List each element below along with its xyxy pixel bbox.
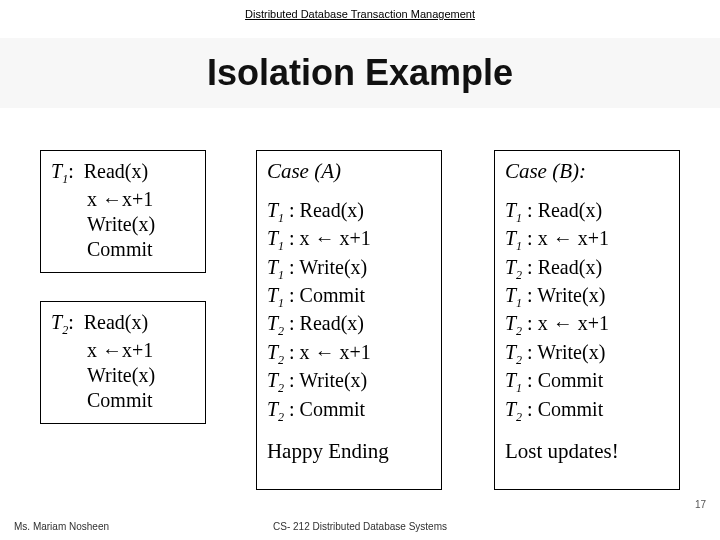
case-a-ending: Happy Ending	[267, 439, 431, 464]
case-b-step-4: T2 : x ← x+1	[505, 311, 669, 339]
case-b-box: Case (B): T1 : Read(x) T1 : x ← x+1 T2 :…	[494, 150, 680, 490]
case-a-step-2: T1 : Write(x)	[267, 255, 431, 283]
footer-course: CS- 212 Distributed Database Systems	[0, 521, 720, 532]
case-a-step-7: T2 : Commit	[267, 397, 431, 425]
case-b-sequence: T1 : Read(x) T1 : x ← x+1 T2 : Read(x) T…	[505, 198, 669, 425]
case-b-ending: Lost updates!	[505, 439, 669, 464]
t2-op-0: Read(x)	[84, 311, 148, 333]
header-subject: Distributed Database Transaction Managem…	[0, 8, 720, 20]
t2-sep: :	[68, 311, 74, 333]
case-b-step-0: T1 : Read(x)	[505, 198, 669, 226]
case-a-step-6: T2 : Write(x)	[267, 368, 431, 396]
transactions-column: T1: Read(x) x ←x+1 Write(x) Commit T2: R…	[40, 150, 206, 490]
footer-page-number: 17	[695, 499, 706, 510]
t2-line-0: T2: Read(x)	[51, 310, 195, 338]
title-band: Isolation Example	[0, 38, 720, 108]
case-a-sequence: T1 : Read(x) T1 : x ← x+1 T1 : Write(x) …	[267, 198, 431, 425]
t1-op-3: Commit	[87, 237, 195, 262]
t1-line-0: T1: Read(x)	[51, 159, 195, 187]
slide: Distributed Database Transaction Managem…	[0, 0, 720, 540]
case-a-step-3: T1 : Commit	[267, 283, 431, 311]
t2-op-1: x ←x+1	[87, 338, 195, 363]
t1-op-1: x ←x+1	[87, 187, 195, 212]
t1-op-2: Write(x)	[87, 212, 195, 237]
t2-name: T	[51, 311, 62, 333]
case-a-step-4: T2 : Read(x)	[267, 311, 431, 339]
t2-op-3: Commit	[87, 388, 195, 413]
case-b-step-5: T2 : Write(x)	[505, 340, 669, 368]
case-b-step-1: T1 : x ← x+1	[505, 226, 669, 254]
transaction-t1-box: T1: Read(x) x ←x+1 Write(x) Commit	[40, 150, 206, 273]
transaction-t2-box: T2: Read(x) x ←x+1 Write(x) Commit	[40, 301, 206, 424]
case-a-title: Case (A)	[267, 159, 431, 184]
case-b-step-6: T1 : Commit	[505, 368, 669, 396]
case-a-step-5: T2 : x ← x+1	[267, 340, 431, 368]
t1-op-0: Read(x)	[84, 160, 148, 182]
case-a-step-0: T1 : Read(x)	[267, 198, 431, 226]
case-a-box: Case (A) T1 : Read(x) T1 : x ← x+1 T1 : …	[256, 150, 442, 490]
case-b-step-3: T1 : Write(x)	[505, 283, 669, 311]
slide-title: Isolation Example	[207, 52, 513, 94]
t2-op-2: Write(x)	[87, 363, 195, 388]
case-b-step-7: T2 : Commit	[505, 397, 669, 425]
t1-sep: :	[68, 160, 74, 182]
case-a-step-1: T1 : x ← x+1	[267, 226, 431, 254]
case-b-step-2: T2 : Read(x)	[505, 255, 669, 283]
case-b-title: Case (B):	[505, 159, 669, 184]
content-area: T1: Read(x) x ←x+1 Write(x) Commit T2: R…	[40, 150, 680, 490]
t1-name: T	[51, 160, 62, 182]
